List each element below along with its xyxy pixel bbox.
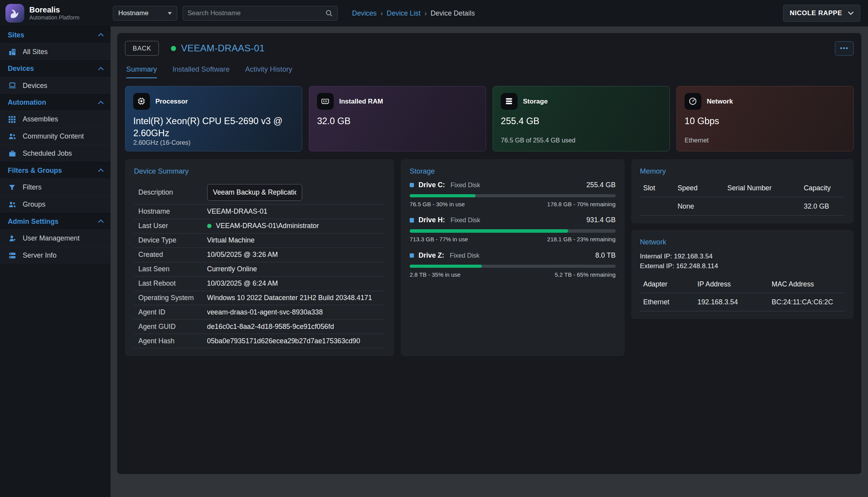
groups-icon [8,200,17,209]
description-input[interactable] [207,184,303,201]
processor-card: Processor Intel(R) Xeon(R) CPU E5-2690 v… [125,86,302,151]
summary-row-agent-id: Agent ID veeam-draas-01-agent-svc-8930a3… [134,305,385,320]
section-label: Filters & Groups [8,167,62,175]
device-title: VEEAM-DRAAS-01 [171,43,264,54]
tab-summary[interactable]: Summary [126,65,157,78]
sidebar-item-label: Devices [23,82,47,90]
chevron-up-icon [98,169,104,174]
detail-tabs: Summary Installed Software Activity Hist… [125,65,854,78]
drive-usage-bar [410,265,616,268]
back-button[interactable]: BACK [125,41,159,56]
tab-installed-software[interactable]: Installed Software [173,65,230,78]
column-header: Adapter [640,277,694,293]
sidebar-item-label: Assemblies [23,115,58,123]
online-status-dot [207,224,211,228]
right-column: Memory Slot Speed Serial Number Capacity… [631,159,854,356]
sidebar-section-admin-settings[interactable]: Admin Settings [0,213,111,230]
topbar: Hostname Devices › Device List › Device … [111,0,868,26]
section-label: Sites [8,31,24,39]
caret-down-icon [168,12,172,15]
sidebar-section-devices[interactable]: Devices [0,60,111,77]
memory-serial-cell [724,197,800,216]
card-title: Storage [523,98,548,105]
sidebar-item-user-management[interactable]: User Management [0,230,111,247]
adapter-cell: Ethernet [640,293,694,312]
memory-slot-cell [640,197,674,216]
drive-remaining-label: 5.2 TB - 65% remaining [555,271,615,278]
card-title: Network [707,98,733,105]
online-status-dot [171,46,176,51]
chevron-down-icon [848,11,854,15]
device-details-panel: BACK VEEAM-DRAAS-01 ••• Summary Installe… [117,33,861,474]
sidebar-item-filters[interactable]: Filters [0,179,111,196]
sidebar-item-label: Community Content [23,132,84,140]
app-window: Borealis Automation Platform Sites All S… [0,0,868,497]
user-name: NICOLE RAPPE [790,9,842,17]
search-icon [325,9,333,17]
assemblies-icon [8,115,17,124]
content-area: BACK VEEAM-DRAAS-01 ••• Summary Installe… [111,26,868,497]
tab-activity-history[interactable]: Activity History [245,65,292,78]
storage-panel: Storage Drive C: Fixed Disk 255.4 GB 76.… [401,159,624,356]
sidebar-item-all-sites[interactable]: All Sites [0,43,111,60]
ram-icon [317,93,334,110]
device-summary-panel: Device Summary Description Hostname VEEA… [125,159,394,356]
search-input[interactable] [187,9,325,17]
section-label: Admin Settings [8,218,58,226]
drive-used-label: 76.5 GB - 30% in use [410,201,465,207]
summary-row-description: Description [134,181,385,205]
panel-title: Storage [410,167,616,176]
sidebar-item-label: All Sites [23,48,48,56]
brand-subtitle: Automation Platform [29,14,79,21]
sidebar-item-community-content[interactable]: Community Content [0,128,111,145]
drive-used-label: 713.3 GB - 77% in use [410,236,468,242]
card-subtitle: 76.5 GB of 255.4 GB used [501,137,662,144]
breadcrumb-device-list[interactable]: Device List [387,9,421,18]
external-ip: External IP: 162.248.8.114 [640,262,845,271]
breadcrumb-current: Device Details [431,9,475,18]
mac-address-cell: BC:24:11:CA:C6:2C [768,293,845,312]
briefcase-icon [8,149,17,158]
column-header: MAC Address [768,277,845,293]
sidebar-item-label: Scheduled Jobs [23,149,72,158]
column-header: Speed [674,181,724,197]
card-value: 10 Gbps [685,115,835,127]
filter-icon [8,183,17,192]
sidebar-item-scheduled-jobs[interactable]: Scheduled Jobs [0,145,111,162]
ip-address-cell: 192.168.3.54 [694,293,768,312]
drive-bullet-icon [410,183,414,187]
breadcrumb-separator: › [424,9,427,18]
sidebar-section-automation[interactable]: Automation [0,94,111,111]
borealis-logo [5,4,24,23]
column-header: Serial Number [724,181,800,197]
cpu-icon [133,93,150,110]
chevron-up-icon [98,220,104,225]
sidebar-item-assemblies[interactable]: Assemblies [0,111,111,128]
memory-speed-cell: None [674,197,724,216]
more-actions-button[interactable]: ••• [835,41,854,56]
drive-remaining-label: 178.8 GB - 70% remaining [547,201,616,207]
summary-row-hostname: Hostname VEEAM-DRAAS-01 [134,205,385,219]
breadcrumb-devices[interactable]: Devices [352,9,377,18]
memory-table: Slot Speed Serial Number Capacity None 3… [640,181,845,216]
sidebar-section-filters-groups[interactable]: Filters & Groups [0,162,111,179]
sidebar-section-sites[interactable]: Sites [0,26,111,43]
sidebar-item-groups[interactable]: Groups [0,196,111,213]
sidebar-item-devices[interactable]: Devices [0,77,111,94]
breadcrumb-separator: › [380,9,383,18]
sidebar-item-server-info[interactable]: Server Info [0,247,111,264]
section-label: Automation [8,98,46,107]
summary-row-device-type: Device Type Virtual Machine [134,234,385,248]
search-box [183,6,338,21]
sidebar-item-label: Filters [23,183,41,191]
summary-row-label: Description [138,188,207,197]
storage-icon [501,93,518,110]
user-menu-button[interactable]: NICOLE RAPPE [783,5,860,22]
storage-card: Storage 255.4 GB 76.5 GB of 255.4 GB use… [493,86,670,151]
user-icon [8,234,17,243]
card-subtitle: 2.60GHz (16-Cores) [133,139,294,147]
sidebar-item-label: User Management [23,234,79,242]
device-name: VEEAM-DRAAS-01 [181,43,265,54]
search-field-dropdown[interactable]: Hostname [113,6,177,21]
column-header: IP Address [694,277,768,293]
